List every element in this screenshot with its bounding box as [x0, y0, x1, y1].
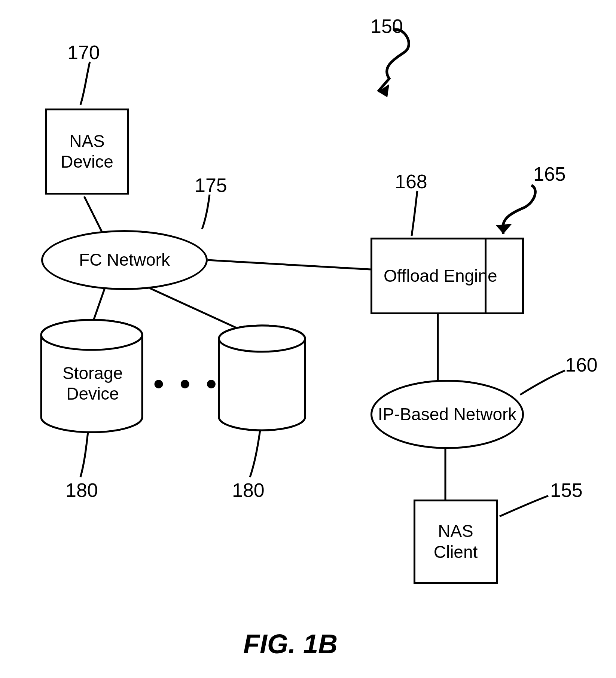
arrowhead-icon — [496, 224, 512, 234]
nas-device-box: NAS Device — [45, 109, 129, 195]
connectors-layer — [0, 0, 616, 678]
svg-point-6 — [219, 326, 305, 352]
fc-network-ellipse: FC Network — [41, 230, 208, 290]
fc-network-label: FC Network — [79, 250, 170, 270]
ref-label-180b: 180 — [232, 479, 265, 501]
offload-engine-right-section — [485, 239, 522, 312]
squiggly-arrow-icon — [503, 185, 535, 234]
squiggly-arrow-icon — [378, 30, 409, 92]
svg-line-0 — [84, 196, 103, 234]
ref-label-168: 168 — [395, 170, 427, 193]
ip-network-label: IP-Based Network — [378, 404, 517, 425]
ellipsis-dots: • • • — [153, 367, 220, 401]
storage-device-label: Storage Device — [60, 363, 125, 404]
storage-cylinder-right — [219, 326, 305, 430]
ref-label-165: 165 — [533, 163, 566, 185]
offload-engine-box: Offload Engine — [370, 238, 524, 314]
svg-line-3 — [208, 260, 370, 269]
diagram-canvas: 150 170 175 168 165 180 180 160 155 NAS … — [0, 0, 616, 678]
ref-label-155: 155 — [550, 479, 583, 501]
offload-engine-label: Offload Engine — [384, 266, 497, 286]
svg-point-5 — [41, 320, 142, 350]
svg-line-2 — [150, 288, 240, 329]
svg-point-7 — [219, 326, 305, 352]
nas-client-box: NAS Client — [414, 500, 498, 584]
svg-point-4 — [41, 320, 142, 350]
arrowhead-icon — [378, 84, 389, 97]
nas-device-label: NAS Device — [47, 131, 127, 172]
ref-label-150: 150 — [370, 15, 403, 37]
nas-client-label: NAS Client — [415, 521, 496, 562]
ref-label-175: 175 — [195, 174, 227, 196]
figure-caption: FIG. 1B — [243, 629, 338, 659]
ref-label-170: 170 — [67, 41, 100, 64]
ref-label-160: 160 — [565, 354, 598, 376]
ip-network-ellipse: IP-Based Network — [370, 380, 524, 449]
ref-label-180a: 180 — [65, 479, 98, 501]
svg-line-1 — [92, 288, 105, 326]
